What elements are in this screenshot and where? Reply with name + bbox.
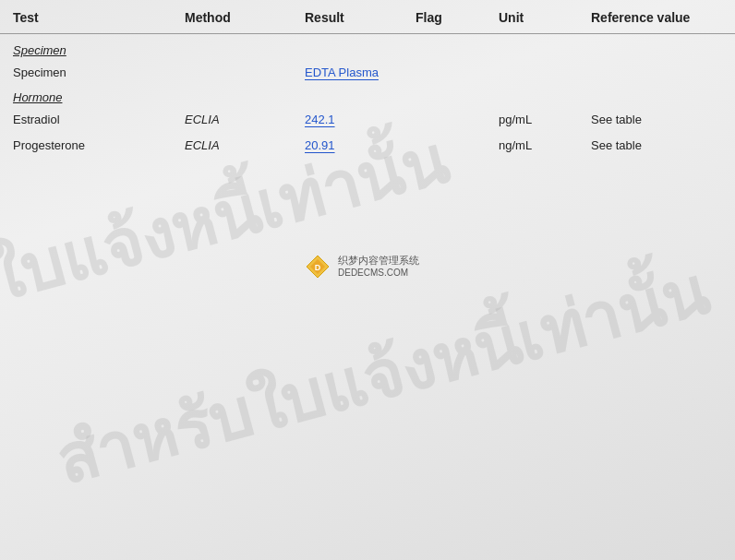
- table-row: Specimen EDTA Plasma: [0, 59, 735, 85]
- col-header-refval: Reference value: [591, 10, 690, 25]
- section-hormone-title: Hormone: [13, 90, 62, 104]
- cell-progesterone-unit: ng/mL: [499, 138, 532, 152]
- cell-progesterone-method: ECLIA: [185, 138, 220, 152]
- cell-specimen-result: EDTA Plasma: [305, 66, 379, 79]
- table-row: Progesterone ECLIA 20.91 ng/mL See table: [0, 132, 735, 158]
- cell-specimen-test: Specimen: [13, 66, 66, 79]
- content-area: Test Method Result Flag Unit Reference v…: [0, 0, 735, 158]
- dedecms-line2: DEDECMS.COM: [338, 268, 419, 279]
- col-header-test: Test: [13, 10, 39, 25]
- col-header-flag: Flag: [416, 10, 442, 25]
- col-header-result: Result: [305, 10, 344, 25]
- cell-progesterone-result: 20.91: [305, 138, 335, 152]
- table-header: Test Method Result Flag Unit Reference v…: [0, 0, 735, 34]
- cell-estradiol-result: 242.1: [305, 113, 335, 126]
- dedecms-icon: D: [305, 254, 331, 280]
- cell-progesterone-test: Progesterone: [13, 138, 85, 152]
- dedecms-watermark: D 织梦内容管理系统 DEDECMS.COM: [305, 254, 419, 280]
- dedecms-text: 织梦内容管理系统 DEDECMS.COM: [338, 255, 419, 278]
- table-body: Specimen Specimen EDTA Plasma: [0, 34, 735, 158]
- cell-estradiol-method: ECLIA: [185, 113, 220, 126]
- table-row: Estradiol ECLIA 242.1 pg/mL See table: [0, 106, 735, 132]
- cell-estradiol-unit: pg/mL: [499, 113, 532, 126]
- col-header-method: Method: [185, 10, 231, 25]
- col-header-unit: Unit: [499, 10, 524, 25]
- section-specimen-header: Specimen: [0, 38, 735, 59]
- section-hormone-header: Hormone: [0, 85, 735, 106]
- cell-estradiol-refval: See table: [591, 113, 642, 126]
- dedecms-line1: 织梦内容管理系统: [338, 255, 419, 267]
- cell-progesterone-refval: See table: [591, 138, 642, 152]
- cell-estradiol-test: Estradiol: [13, 113, 60, 126]
- svg-text:D: D: [315, 263, 321, 272]
- section-specimen-title: Specimen: [13, 43, 66, 57]
